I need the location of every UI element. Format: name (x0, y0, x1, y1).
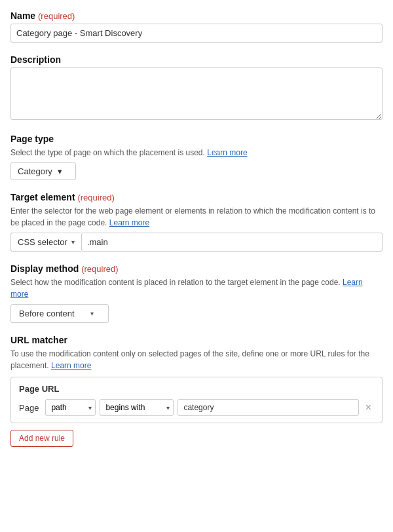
target-element-learn-more[interactable]: Learn more (109, 218, 149, 227)
display-method-description: Select how the modification content is p… (10, 276, 383, 300)
target-element-required: (required) (77, 193, 114, 202)
url-matcher-box: Page URL Page path query hash full URL b… (10, 377, 383, 423)
target-element-desc-text: Enter the selector for the web page elem… (10, 206, 375, 227)
display-method-chevron-icon: ▾ (90, 310, 94, 317)
url-matcher-label: URL matcher (10, 335, 383, 345)
target-element-row: CSS selector ▾ (10, 233, 383, 252)
page-type-description: Select the type of page on which the pla… (10, 147, 383, 159)
name-field-group: Name (required) (10, 10, 383, 43)
page-row-label: Page (19, 403, 39, 413)
description-field-group: Description (10, 54, 383, 122)
name-label: Name (required) (10, 10, 383, 21)
display-method-select[interactable]: Before content ▾ (10, 304, 109, 323)
display-method-label-text: Display method (10, 263, 79, 274)
page-type-field-group: Page type Select the type of page on whi… (10, 134, 383, 180)
remove-rule-button[interactable]: × (363, 402, 374, 413)
page-type-value: Category (18, 166, 52, 176)
display-method-field-group: Display method (required) Select how the… (10, 263, 383, 323)
display-method-value: Before content (19, 309, 75, 318)
page-type-select[interactable]: Category ▾ (10, 162, 76, 180)
display-method-label: Display method (required) (10, 263, 383, 274)
url-value-input[interactable] (178, 399, 358, 416)
target-element-label-text: Target element (10, 192, 75, 202)
selector-type-select[interactable]: CSS selector ▾ (10, 233, 81, 252)
target-element-label: Target element (required) (10, 192, 383, 202)
description-label: Description (10, 54, 383, 65)
url-matcher-description: To use the modification content only on … (10, 348, 383, 371)
url-matcher-field-group: URL matcher To use the modification cont… (10, 335, 383, 447)
display-method-required: (required) (81, 264, 118, 274)
name-input[interactable] (10, 24, 383, 43)
url-rule-row: Page path query hash full URL begins wit… (19, 399, 374, 416)
url-condition-select-wrapper: begins with ends with contains equals ma… (100, 399, 174, 416)
chevron-down-icon: ▾ (58, 166, 62, 176)
name-label-text: Name (10, 10, 35, 21)
url-field-select-wrapper: path query hash full URL (45, 399, 96, 416)
url-field-select[interactable]: path query hash full URL (45, 399, 96, 416)
url-matcher-learn-more[interactable]: Learn more (51, 361, 91, 370)
url-condition-select[interactable]: begins with ends with contains equals ma… (100, 399, 174, 416)
selector-chevron-icon: ▾ (71, 238, 75, 246)
page-type-learn-more[interactable]: Learn more (207, 148, 247, 157)
add-new-rule-button[interactable]: Add new rule (10, 430, 73, 447)
target-element-field-group: Target element (required) Enter the sele… (10, 192, 383, 252)
selector-value-input[interactable] (81, 233, 383, 252)
page-type-label: Page type (10, 134, 383, 144)
description-textarea[interactable] (10, 67, 383, 120)
target-element-description: Enter the selector for the web page elem… (10, 205, 383, 229)
name-required: (required) (38, 11, 75, 21)
url-matcher-box-title: Page URL (19, 384, 374, 394)
page-type-desc-text: Select the type of page on which the pla… (10, 148, 205, 157)
selector-type-value: CSS selector (18, 237, 67, 247)
display-method-desc-text: Select how the modification content is p… (10, 278, 341, 287)
